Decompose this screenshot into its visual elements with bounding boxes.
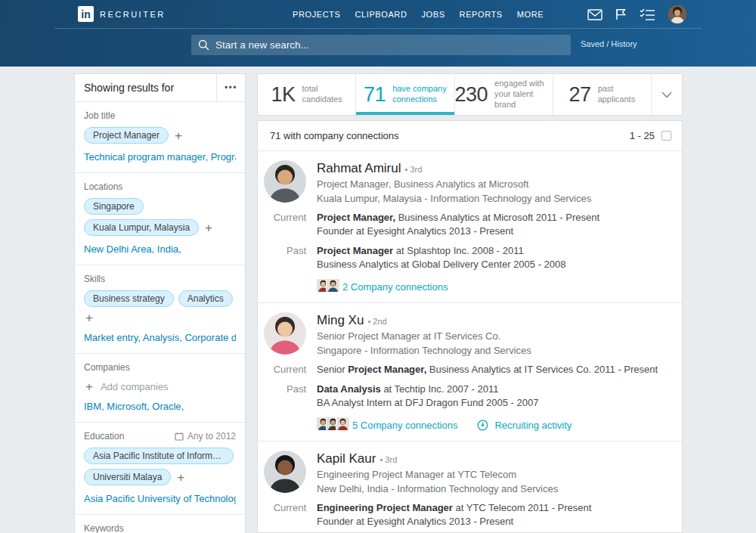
filter-pill-row: Business strategyAnalytics+	[84, 290, 236, 324]
candidate-avatar[interactable]	[264, 160, 306, 203]
results-panel: 71 with company connections 1 - 25 Rahma…	[257, 120, 683, 533]
filter-label: Skills	[84, 274, 105, 284]
suggestion-link[interactable]: Asia Pacific University of Technology an…	[84, 493, 236, 504]
results-column: 1Ktotalcandidates71have companyconnectio…	[257, 73, 683, 533]
nav-jobs[interactable]: JOBS	[421, 10, 445, 19]
nav-clipboard[interactable]: CLIPBOARD	[355, 10, 407, 19]
suggestion-link[interactable]: Technical program manager, Program mana.…	[84, 151, 236, 163]
filter-pill[interactable]: Asia Pacific Institute of Information Te…	[84, 448, 234, 464]
company-connections-link[interactable]: 2 Company connections	[317, 279, 448, 294]
user-avatar[interactable]	[668, 5, 686, 23]
stat-tab-27[interactable]: 27pastapplicants	[553, 74, 652, 115]
search-bar[interactable]: Start a new search...	[191, 35, 571, 55]
current-label: Current	[264, 363, 306, 377]
primary-nav: PROJECTSCLIPBOARDJOBSREPORTSMORE	[293, 0, 544, 28]
candidate-name[interactable]: Ming Xu	[317, 313, 364, 327]
suggestion-link[interactable]: Market entry, Analysis, Corporate develo…	[84, 332, 236, 343]
past-positions: Project Manager at Splashtop Inc. 2008 -…	[317, 244, 670, 271]
suggestion-link[interactable]: New Delhi Area, India,	[84, 243, 236, 255]
filter-label: Keywords	[84, 523, 124, 533]
mail-icon[interactable]	[587, 9, 603, 20]
candidate-row: Rahmat Amirul• 3rd Project Manager, Busi…	[258, 151, 682, 303]
candidate-headline: Project Manager, Business Analytics at M…	[317, 178, 670, 191]
filter-pill[interactable]: Business strategy	[84, 290, 174, 307]
mini-avatar	[317, 279, 327, 294]
saved-history-link[interactable]: Saved / History	[581, 39, 637, 48]
filter-label: Companies	[84, 362, 130, 373]
company-connections-link[interactable]: 5 Company connections	[317, 417, 457, 432]
header-divider	[54, 28, 702, 29]
top-navigation: in RECRUITER PROJECTSCLIPBOARDJOBSREPORT…	[0, 0, 756, 67]
current-label: Current	[264, 501, 306, 528]
filter-label: Education	[84, 431, 124, 442]
results-range: 1 - 25	[630, 130, 671, 141]
mini-avatar-group	[317, 417, 346, 432]
stats-expand-button[interactable]	[652, 74, 682, 115]
stat-label: engaged withyour talent brand	[494, 79, 553, 110]
nav-reports[interactable]: REPORTS	[460, 10, 503, 19]
filter-pill[interactable]: Singapore	[84, 198, 144, 215]
current-positions: Senior Project Manager, Business Analyti…	[317, 363, 670, 377]
nav-projects[interactable]: PROJECTS	[293, 10, 340, 19]
candidate-name[interactable]: Kapil Kaur	[317, 451, 376, 466]
mini-avatar	[317, 417, 327, 432]
candidate-summary: Rahmat Amirul• 3rd Project Manager, Busi…	[317, 160, 670, 205]
add-filter-button[interactable]: +	[84, 311, 94, 324]
candidate-avatar[interactable]	[264, 312, 306, 355]
current-positions: Engineering Project Manager at YTC Telec…	[317, 501, 670, 528]
plus-icon: +	[84, 380, 94, 393]
overflow-menu-button[interactable]: •••	[216, 74, 245, 101]
mini-avatar-group	[317, 279, 336, 294]
results-count-title: 71 with company connections	[270, 130, 399, 141]
candidate-name[interactable]: Rahmat Amirul	[317, 161, 401, 175]
filter-section-header: Companies	[84, 362, 236, 373]
stat-value: 71	[364, 83, 386, 107]
recruiting-activity-icon	[477, 420, 488, 431]
filter-pill-row: SingaporeKuala Lumpur, Malaysia+	[84, 198, 236, 236]
education-date-filter[interactable]: Any to 2012	[175, 431, 236, 442]
filter-section-header: EducationAny to 2012	[84, 431, 236, 442]
recruiting-activity-link[interactable]: Recruiting activity	[477, 420, 572, 431]
nav-more[interactable]: MORE	[517, 10, 544, 19]
candidate-avatar[interactable]	[264, 451, 306, 493]
candidate-degree: • 3rd	[380, 455, 397, 464]
filter-section-header: Job title	[84, 110, 236, 121]
add-add-companies-button[interactable]: +Add companies	[84, 380, 236, 393]
flag-icon[interactable]	[615, 8, 627, 20]
add-filter-button[interactable]: +	[203, 222, 214, 234]
linkedin-logo[interactable]: in	[78, 6, 94, 22]
candidate-row: Kapil Kaur• 3rd Engineering Project Mana…	[258, 442, 682, 533]
filter-pill[interactable]: Project Manager	[84, 127, 169, 144]
suggestion-link[interactable]: IBM, Microsoft, Oracle,	[84, 401, 236, 412]
person-photo	[327, 279, 339, 292]
add-filter-button[interactable]: +	[175, 471, 186, 484]
stat-value: 230	[455, 83, 488, 107]
person-photo	[264, 312, 306, 355]
filter-pill[interactable]: Kuala Lumpur, Malaysia	[84, 219, 199, 236]
connections-chips: 2 Company connections	[317, 279, 670, 294]
stat-label: totalcandidates	[302, 84, 342, 105]
select-all-checkbox[interactable]	[662, 131, 671, 141]
brand[interactable]: in RECRUITER	[78, 6, 166, 22]
app: in RECRUITER PROJECTSCLIPBOARDJOBSREPORT…	[0, 0, 756, 533]
stat-tab-1k[interactable]: 1Ktotalcandidates	[258, 74, 356, 115]
stats-bar: 1Ktotalcandidates71have companyconnectio…	[257, 73, 683, 116]
filter-section-header: Keywords	[84, 523, 236, 533]
candidate-row: Ming Xu• 2nd Senior Project Manager at I…	[258, 303, 682, 442]
candidate-summary: Kapil Kaur• 3rd Engineering Project Mana…	[317, 451, 670, 495]
active-tab-underline	[356, 112, 454, 115]
filter-section-skills: SkillsBusiness strategyAnalytics+Market …	[75, 265, 245, 354]
tasks-icon[interactable]	[640, 8, 655, 20]
results-header: 71 with company connections 1 - 25	[258, 121, 682, 151]
stat-tab-230[interactable]: 230engaged withyour talent brand	[455, 74, 553, 115]
filter-label: Job title	[84, 110, 115, 121]
filter-section-locations: LocationsSingaporeKuala Lumpur, Malaysia…	[75, 173, 245, 265]
filter-pill[interactable]: Universiti Malaya	[84, 469, 171, 485]
candidate-list: Rahmat Amirul• 3rd Project Manager, Busi…	[258, 151, 682, 533]
candidate-degree: • 2nd	[367, 317, 386, 326]
filter-pill[interactable]: Analytics	[178, 290, 233, 307]
add-filter-button[interactable]: +	[173, 129, 184, 142]
stat-tab-71[interactable]: 71have companyconnections	[356, 74, 454, 115]
person-photo	[264, 451, 306, 493]
filter-section-job-title: Job titleProject Manager+Technical progr…	[75, 102, 245, 173]
